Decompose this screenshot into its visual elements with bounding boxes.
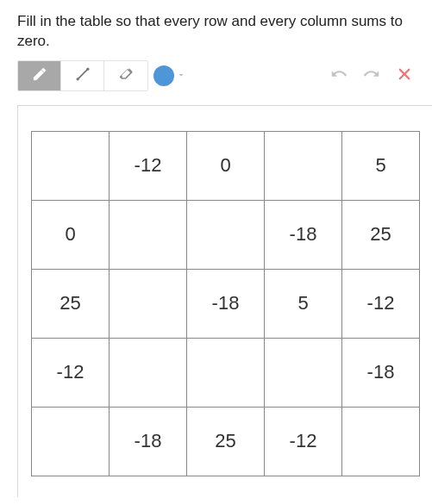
grid-cell[interactable]: 25 (186, 407, 265, 476)
grid-cell[interactable] (264, 338, 342, 408)
grid-cell[interactable] (31, 131, 110, 201)
color-picker[interactable] (153, 65, 186, 86)
puzzle-board: -12 0 5 0 -18 25 25 -18 5 -12 -12 -18 -1… (17, 105, 432, 497)
grid-cell[interactable]: 0 (31, 200, 110, 270)
pencil-tool-button[interactable] (18, 61, 61, 90)
grid-cell[interactable]: -18 (264, 200, 342, 270)
grid-cell[interactable]: 0 (186, 131, 265, 201)
grid-cell[interactable]: -18 (341, 338, 420, 408)
eraser-icon (117, 65, 135, 86)
svg-point-2 (86, 67, 89, 70)
grid-cell[interactable]: 5 (341, 131, 420, 201)
grid-cell[interactable]: 25 (341, 200, 420, 270)
grid-cell[interactable] (109, 200, 187, 270)
grid-cell[interactable] (341, 407, 420, 476)
undo-icon (329, 65, 348, 87)
toolbar-right (329, 65, 415, 86)
redo-icon (362, 65, 381, 87)
tool-group (17, 60, 148, 91)
color-swatch-icon (153, 65, 174, 86)
line-tool-button[interactable] (61, 61, 104, 90)
undo-button[interactable] (329, 65, 349, 86)
svg-point-1 (76, 78, 78, 80)
eraser-tool-button[interactable] (104, 61, 147, 90)
close-icon (397, 66, 412, 85)
instructions-text: Fill in the table so that every row and … (0, 0, 432, 60)
redo-button[interactable] (361, 65, 382, 86)
grid-cell[interactable]: -12 (31, 338, 110, 408)
grid-cell[interactable]: -12 (109, 131, 187, 201)
grid-cell[interactable] (109, 269, 187, 339)
puzzle-grid: -12 0 5 0 -18 25 25 -18 5 -12 -12 -18 -1… (32, 132, 432, 476)
grid-cell[interactable]: -18 (109, 407, 187, 476)
grid-cell[interactable] (109, 338, 187, 408)
grid-cell[interactable] (31, 407, 110, 476)
chevron-down-icon (176, 68, 186, 84)
grid-cell[interactable] (186, 338, 265, 408)
grid-cell[interactable]: -12 (264, 407, 342, 476)
line-icon (74, 65, 91, 86)
drawing-toolbar (0, 60, 432, 91)
grid-cell[interactable]: 25 (31, 269, 110, 339)
grid-cell[interactable]: 5 (264, 269, 342, 339)
pencil-icon (32, 66, 47, 85)
grid-cell[interactable] (186, 200, 265, 270)
grid-cell[interactable] (264, 131, 342, 201)
grid-cell[interactable]: -18 (186, 269, 265, 339)
svg-line-0 (78, 69, 88, 79)
close-button[interactable] (394, 65, 415, 86)
grid-cell[interactable]: -12 (341, 269, 420, 339)
